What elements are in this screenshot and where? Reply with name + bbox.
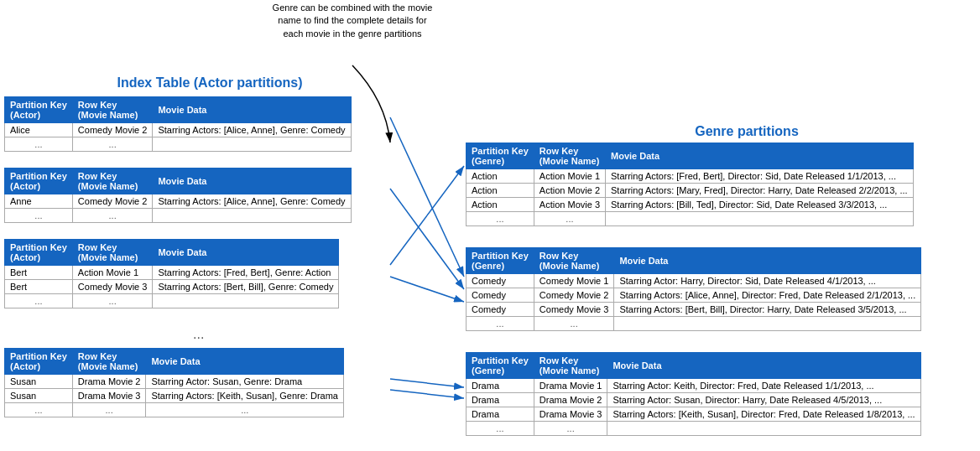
- cell: Comedy Movie 3: [72, 280, 153, 294]
- cell: Susan: [5, 389, 73, 403]
- cell-dots: ...: [5, 137, 73, 152]
- col-header-rowkey: Row Key(Movie Name): [534, 248, 614, 274]
- col-header-moviedata: Movie Data: [607, 353, 920, 379]
- table-row-dots: ... ...: [5, 209, 352, 223]
- svg-line-5: [390, 390, 464, 398]
- right-table-drama: Partition Key(Genre) Row Key(Movie Name)…: [466, 352, 921, 436]
- cell: Starring Actors: [Fred, Bert], Genre: Ac…: [153, 266, 339, 280]
- cell-dots: [607, 422, 920, 436]
- col-header-partition: Partition Key(Actor): [5, 168, 73, 194]
- table-row: Susan Drama Movie 3 Starring Actors: [Ke…: [5, 389, 344, 403]
- cell: Starring Actors: [Bert, Bill], Director:…: [614, 303, 921, 317]
- cell-dots: [606, 212, 914, 226]
- cell: Drama Movie 3: [534, 407, 607, 422]
- table-row-dots: ... ...: [467, 422, 921, 436]
- cell: Bert: [5, 280, 73, 294]
- col-header-moviedata: Movie Data: [614, 248, 921, 274]
- cell: Comedy Movie 2: [72, 123, 153, 137]
- cell: Susan: [5, 375, 73, 389]
- table-row: Action Action Movie 1 Starring Actors: […: [467, 169, 914, 184]
- col-header-genre: Partition Key(Genre): [467, 248, 534, 274]
- cell-dots: ...: [467, 212, 534, 226]
- col-header-genre: Partition Key(Genre): [467, 353, 534, 379]
- col-header-rowkey: Row Key(Movie Name): [72, 168, 153, 194]
- cell-dots: ...: [534, 317, 614, 331]
- col-header-moviedata: Movie Data: [153, 168, 351, 194]
- left-section-title: Index Table (Actor partitions): [8, 75, 411, 91]
- cell: Starring Actors: [Alice, Anne], Genre: C…: [153, 194, 351, 209]
- table-row: Alice Comedy Movie 2 Starring Actors: [A…: [5, 123, 352, 137]
- col-header-moviedata: Movie Data: [153, 97, 351, 123]
- cell: Bert: [5, 266, 73, 280]
- cell: Comedy Movie 1: [534, 274, 614, 288]
- col-header-partition: Partition Key(Actor): [5, 97, 73, 123]
- cell-dots: [153, 137, 351, 152]
- table-row: Bert Comedy Movie 3 Starring Actors: [Be…: [5, 280, 339, 294]
- middle-dots: ...: [193, 327, 204, 342]
- cell: Alice: [5, 123, 73, 137]
- cell-dots: ...: [72, 294, 153, 308]
- cell-dots: ...: [467, 317, 534, 331]
- table-row: Drama Drama Movie 2 Starring Actor: Susa…: [467, 393, 921, 407]
- cell-dots: ...: [146, 403, 344, 417]
- cell: Starring Actors: [Keith, Susan], Directo…: [607, 407, 920, 422]
- cell: Starring Actor: Harry, Director: Sid, Da…: [614, 274, 921, 288]
- cell: Comedy Movie 2: [72, 194, 153, 209]
- cell: Starring Actors: [Alice, Anne], Genre: C…: [153, 123, 351, 137]
- cell: Action: [467, 198, 534, 212]
- svg-line-1: [390, 189, 464, 289]
- col-header-rowkey: Row Key(Movie Name): [534, 143, 605, 169]
- left-table-susan: Partition Key(Actor) Row Key(Movie Name)…: [4, 348, 344, 417]
- table-row-dots: ... ...: [467, 212, 914, 226]
- svg-line-3: [390, 277, 464, 302]
- cell-dots: [614, 317, 921, 331]
- left-table-bert: Partition Key(Actor) Row Key(Movie Name)…: [4, 239, 339, 308]
- cell: Comedy Movie 2: [534, 288, 614, 303]
- svg-line-0: [390, 117, 464, 277]
- table-row: Action Action Movie 3 Starring Actors: […: [467, 198, 914, 212]
- cell: Starring Actors: [Bert, Bill], Genre: Co…: [153, 280, 339, 294]
- cell-dots: ...: [5, 209, 73, 223]
- right-table-comedy: Partition Key(Genre) Row Key(Movie Name)…: [466, 247, 921, 331]
- cell: Comedy: [467, 303, 534, 317]
- table-row: Drama Drama Movie 1 Starring Actor: Keit…: [467, 379, 921, 393]
- col-header-genre: Partition Key(Genre): [467, 143, 534, 169]
- table-row: Bert Action Movie 1 Starring Actors: [Fr…: [5, 266, 339, 280]
- cell-dots: ...: [467, 422, 534, 436]
- cell: Action: [467, 184, 534, 198]
- col-header-rowkey: Row Key(Movie Name): [72, 349, 146, 375]
- cell: Starring Actors: [Mary, Fred], Director:…: [606, 184, 914, 198]
- cell: Starring Actor: Susan, Director: Harry, …: [607, 393, 920, 407]
- cell: Action Movie 1: [534, 169, 605, 184]
- cell: Drama Movie 3: [72, 389, 146, 403]
- cell: Anne: [5, 194, 73, 209]
- table-row-dots: ... ...: [467, 317, 921, 331]
- svg-line-4: [390, 379, 464, 387]
- cell: Drama: [467, 393, 534, 407]
- cell: Drama Movie 1: [534, 379, 607, 393]
- cell-dots: ...: [534, 422, 607, 436]
- cell-dots: ...: [5, 403, 73, 417]
- table-row: Comedy Comedy Movie 1 Starring Actor: Ha…: [467, 274, 921, 288]
- svg-line-2: [390, 166, 464, 265]
- col-header-rowkey: Row Key(Movie Name): [72, 240, 153, 266]
- cell: Drama: [467, 379, 534, 393]
- right-table-action: Partition Key(Genre) Row Key(Movie Name)…: [466, 143, 914, 226]
- table-row: Susan Drama Movie 2 Starring Actor: Susa…: [5, 375, 344, 389]
- annotation-text: Genre can be combined with the movie nam…: [268, 2, 436, 40]
- col-header-rowkey: Row Key(Movie Name): [534, 353, 607, 379]
- cell: Starring Actor: Susan, Genre: Drama: [146, 375, 344, 389]
- col-header-partition: Partition Key(Actor): [5, 349, 73, 375]
- left-table-alice: Partition Key(Actor) Row Key(Movie Name)…: [4, 96, 352, 152]
- cell: Drama Movie 2: [72, 375, 146, 389]
- page-container: Genre can be combined with the movie nam…: [0, 0, 980, 451]
- cell-dots: [153, 294, 339, 308]
- table-row-dots: ... ...: [5, 294, 339, 308]
- cell: Starring Actors: [Bill, Ted], Director: …: [606, 198, 914, 212]
- cell: Starring Actors: [Fred, Bert], Director:…: [606, 169, 914, 184]
- cell: Action: [467, 169, 534, 184]
- cell-dots: ...: [72, 137, 153, 152]
- cell-dots: ...: [72, 209, 153, 223]
- col-header-moviedata: Movie Data: [146, 349, 344, 375]
- col-header-partition: Partition Key(Actor): [5, 240, 73, 266]
